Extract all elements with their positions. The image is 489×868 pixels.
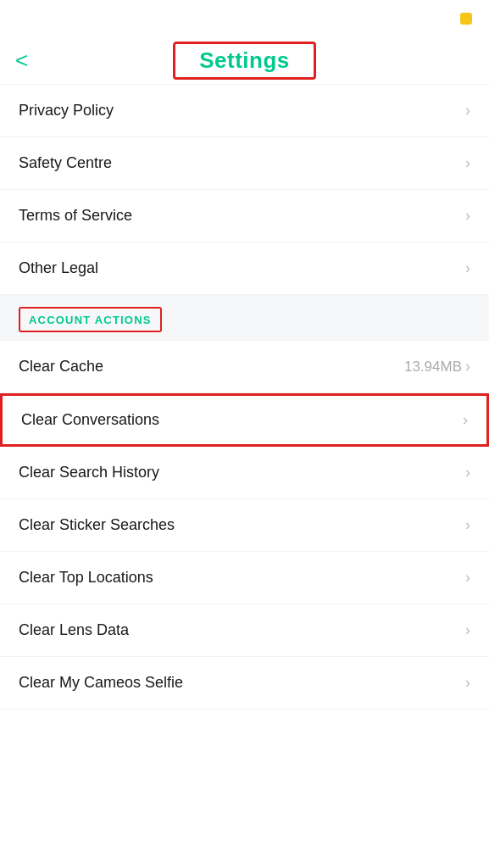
terms-of-service-item[interactable]: Terms of Service › bbox=[0, 190, 489, 242]
clear-cache-label: Clear Cache bbox=[19, 358, 103, 376]
safety-centre-right: › bbox=[465, 154, 470, 172]
clear-sticker-searches-item[interactable]: Clear Sticker Searches › bbox=[0, 499, 489, 552]
other-legal-label: Other Legal bbox=[19, 259, 98, 277]
safety-centre-item[interactable]: Safety Centre › bbox=[0, 137, 489, 190]
clear-conversations-item[interactable]: Clear Conversations › bbox=[0, 393, 489, 447]
clear-lens-data-item[interactable]: Clear Lens Data › bbox=[0, 604, 489, 657]
clear-search-history-label: Clear Search History bbox=[19, 464, 159, 481]
chevron-icon: › bbox=[465, 464, 470, 481]
status-bar bbox=[0, 0, 489, 37]
clear-lens-data-label: Clear Lens Data bbox=[19, 621, 129, 639]
account-actions-section-header: ACCOUNT ACTIONS bbox=[0, 295, 489, 341]
header: < Settings bbox=[0, 37, 489, 85]
chevron-icon: › bbox=[465, 358, 470, 376]
clear-top-locations-label: Clear Top Locations bbox=[19, 569, 153, 587]
clear-cache-item[interactable]: Clear Cache 13.94MB › bbox=[0, 341, 489, 393]
account-actions-label: ACCOUNT ACTIONS bbox=[29, 314, 152, 326]
other-legal-item[interactable]: Other Legal › bbox=[0, 242, 489, 295]
clear-cache-value: 13.94MB bbox=[404, 359, 462, 376]
header-title-outline: Settings bbox=[173, 42, 316, 80]
clear-sticker-searches-label: Clear Sticker Searches bbox=[19, 516, 175, 534]
chevron-icon: › bbox=[465, 259, 470, 277]
chevron-icon: › bbox=[463, 411, 468, 429]
settings-list: Privacy Policy › Safety Centre › Terms o… bbox=[0, 85, 489, 709]
clear-search-history-right: › bbox=[465, 464, 470, 481]
chevron-icon: › bbox=[465, 569, 470, 587]
clear-sticker-searches-right: › bbox=[465, 516, 470, 534]
clear-cache-right: 13.94MB › bbox=[404, 358, 470, 376]
chevron-icon: › bbox=[465, 207, 470, 225]
clear-lens-data-right: › bbox=[465, 621, 470, 639]
chevron-icon: › bbox=[465, 621, 470, 639]
chevron-icon: › bbox=[465, 516, 470, 534]
back-button[interactable]: < bbox=[15, 47, 28, 74]
terms-of-service-right: › bbox=[465, 207, 470, 225]
clear-cameos-selfie-right: › bbox=[465, 674, 470, 692]
clear-conversations-right: › bbox=[463, 411, 468, 429]
clear-cameos-selfie-item[interactable]: Clear My Cameos Selfie › bbox=[0, 657, 489, 709]
chevron-icon: › bbox=[465, 102, 470, 120]
other-legal-right: › bbox=[465, 259, 470, 277]
account-actions-outline: ACCOUNT ACTIONS bbox=[19, 307, 162, 332]
page-title: Settings bbox=[199, 47, 290, 73]
clear-search-history-item[interactable]: Clear Search History › bbox=[0, 447, 489, 499]
clear-top-locations-right: › bbox=[465, 569, 470, 587]
clear-conversations-label: Clear Conversations bbox=[21, 411, 159, 429]
safety-centre-label: Safety Centre bbox=[19, 154, 112, 172]
privacy-policy-right: › bbox=[465, 102, 470, 120]
chevron-icon: › bbox=[465, 154, 470, 172]
clear-cameos-selfie-label: Clear My Cameos Selfie bbox=[19, 674, 183, 692]
privacy-policy-label: Privacy Policy bbox=[19, 102, 114, 120]
terms-of-service-label: Terms of Service bbox=[19, 207, 132, 225]
privacy-policy-item[interactable]: Privacy Policy › bbox=[0, 85, 489, 137]
clear-top-locations-item[interactable]: Clear Top Locations › bbox=[0, 552, 489, 604]
chevron-icon: › bbox=[465, 674, 470, 692]
status-indicator bbox=[460, 13, 472, 25]
